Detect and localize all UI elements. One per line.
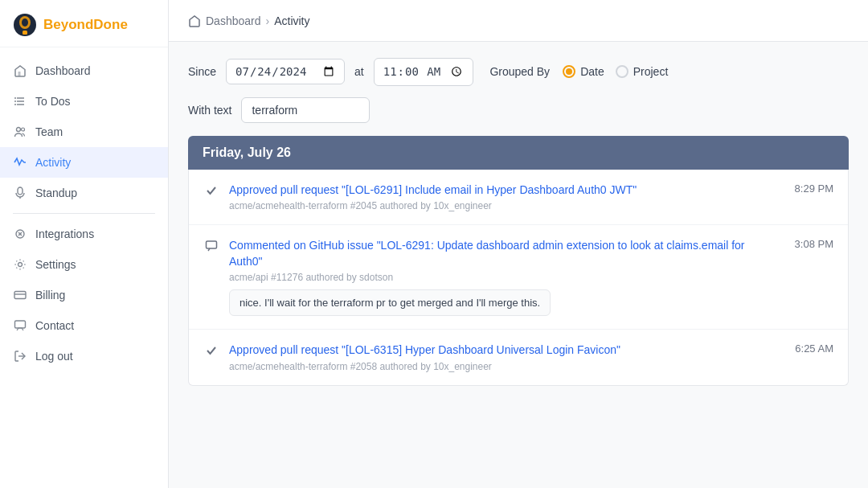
users-icon bbox=[13, 125, 27, 139]
svg-point-2 bbox=[22, 18, 28, 27]
comment-icon-1 bbox=[203, 240, 219, 252]
content-area: Since at Grouped By Date Project With te… bbox=[169, 42, 868, 488]
filters-row-2: With text bbox=[188, 97, 849, 123]
svg-rect-23 bbox=[207, 241, 217, 248]
svg-rect-13 bbox=[18, 187, 23, 195]
app-name: BeyondDone bbox=[43, 17, 128, 33]
activity-title-1[interactable]: Commented on GitHub issue "LOL-6291: Upd… bbox=[229, 238, 766, 269]
svg-rect-3 bbox=[23, 31, 27, 35]
activity-body-2: Approved pull request "[LOL-6315] Hyper … bbox=[229, 342, 766, 372]
at-label: at bbox=[354, 65, 364, 78]
date-group-header: Friday, July 26 bbox=[188, 136, 849, 170]
activity-item-1: Commented on GitHub issue "LOL-6291: Upd… bbox=[189, 225, 848, 330]
svg-point-12 bbox=[22, 128, 25, 131]
app-logo-icon bbox=[13, 13, 37, 37]
sidebar-item-contact-label: Contact bbox=[35, 319, 74, 332]
radio-project-label: Project bbox=[633, 65, 669, 78]
activity-title-2[interactable]: Approved pull request "[LOL-6315] Hyper … bbox=[229, 342, 766, 359]
activity-body-0: Approved pull request "[LOL-6291] Includ… bbox=[229, 182, 766, 212]
since-date-input[interactable] bbox=[226, 59, 345, 84]
nav-divider bbox=[13, 213, 155, 214]
radio-date[interactable]: Date bbox=[563, 65, 604, 78]
breadcrumb: Dashboard › Activity bbox=[188, 14, 310, 27]
gear-icon bbox=[13, 257, 27, 272]
with-text-label: With text bbox=[188, 104, 231, 117]
filters-row-1: Since at Grouped By Date Project bbox=[188, 58, 849, 86]
activity-item-0: Approved pull request "[LOL-6291] Includ… bbox=[189, 170, 848, 226]
svg-point-11 bbox=[17, 128, 21, 132]
svg-rect-21 bbox=[15, 321, 26, 328]
activity-body-1: Commented on GitHub issue "LOL-6291: Upd… bbox=[229, 238, 766, 316]
since-time-input[interactable] bbox=[374, 58, 474, 86]
activity-time-2: 6:25 AM bbox=[785, 342, 833, 355]
sidebar-item-contact[interactable]: Contact bbox=[0, 310, 168, 341]
activity-time-0: 8:29 PM bbox=[785, 182, 833, 195]
radio-project-circle bbox=[616, 65, 628, 78]
nav-menu: Dashboard To Dos Team Activity bbox=[0, 47, 168, 488]
sidebar-item-team-label: Team bbox=[35, 125, 63, 138]
sidebar-item-dashboard[interactable]: Dashboard bbox=[0, 55, 168, 86]
activity-item-2: Approved pull request "[LOL-6315] Hyper … bbox=[189, 330, 848, 385]
svg-point-9 bbox=[14, 100, 16, 102]
sidebar-item-integrations-label: Integrations bbox=[35, 228, 94, 240]
activity-list: Approved pull request "[LOL-6291] Includ… bbox=[188, 170, 849, 386]
text-filter-input[interactable] bbox=[241, 97, 370, 123]
plug-icon bbox=[13, 227, 27, 241]
sidebar-item-dashboard-label: Dashboard bbox=[35, 64, 91, 77]
svg-point-8 bbox=[14, 97, 16, 99]
activity-meta-0: acme/acmehealth-terraform #2045 authored… bbox=[229, 200, 766, 211]
since-label: Since bbox=[188, 65, 216, 78]
credit-card-icon bbox=[13, 288, 27, 302]
sidebar-item-billing[interactable]: Billing bbox=[0, 280, 168, 310]
check-icon-2 bbox=[203, 344, 219, 357]
message-icon bbox=[13, 318, 27, 333]
sidebar-item-todos-label: To Dos bbox=[35, 95, 71, 108]
top-bar: Dashboard › Activity bbox=[169, 0, 868, 42]
svg-rect-4 bbox=[18, 72, 21, 76]
logo: BeyondDone bbox=[0, 0, 168, 47]
sidebar-item-team[interactable]: Team bbox=[0, 117, 168, 147]
comment-bubble-1: nice. I'll wait for the terraform pr to … bbox=[229, 289, 551, 316]
breadcrumb-current: Activity bbox=[274, 14, 309, 27]
activity-title-0[interactable]: Approved pull request "[LOL-6291] Includ… bbox=[229, 182, 766, 199]
activity-meta-2: acme/acmehealth-terraform #2058 authored… bbox=[229, 361, 766, 372]
sidebar-item-settings[interactable]: Settings bbox=[0, 249, 168, 280]
activity-icon bbox=[13, 155, 27, 170]
activity-meta-1: acme/api #11276 authored by sdotson bbox=[229, 272, 766, 283]
sidebar-item-settings-label: Settings bbox=[35, 258, 76, 271]
home-breadcrumb-icon bbox=[188, 14, 201, 27]
sidebar-item-todos[interactable]: To Dos bbox=[0, 86, 168, 117]
sidebar: BeyondDone Dashboard To Dos Team bbox=[0, 0, 169, 488]
sidebar-item-billing-label: Billing bbox=[35, 289, 65, 301]
group-by-options: Date Project bbox=[563, 65, 668, 78]
activity-group-0: Friday, July 26 Approved pull request "[… bbox=[188, 136, 849, 386]
breadcrumb-separator: › bbox=[266, 14, 270, 27]
radio-date-circle bbox=[563, 65, 575, 78]
svg-point-18 bbox=[18, 263, 23, 267]
svg-rect-19 bbox=[14, 292, 26, 299]
sidebar-item-integrations[interactable]: Integrations bbox=[0, 219, 168, 249]
check-icon-0 bbox=[203, 184, 219, 197]
list-icon bbox=[13, 94, 27, 109]
breadcrumb-home[interactable]: Dashboard bbox=[206, 14, 261, 27]
grouped-by-label: Grouped By bbox=[489, 65, 550, 78]
activity-time-1: 3:08 PM bbox=[785, 238, 833, 250]
sidebar-item-logout-label: Log out bbox=[35, 350, 73, 363]
mic-icon bbox=[13, 186, 27, 200]
main-content: Dashboard › Activity Since at Grouped By… bbox=[169, 0, 868, 488]
logout-icon bbox=[13, 349, 27, 363]
radio-project[interactable]: Project bbox=[616, 65, 669, 78]
radio-date-label: Date bbox=[580, 65, 604, 78]
sidebar-item-standup[interactable]: Standup bbox=[0, 178, 168, 208]
sidebar-item-logout[interactable]: Log out bbox=[0, 341, 168, 371]
sidebar-item-activity-label: Activity bbox=[35, 156, 71, 169]
sidebar-item-activity[interactable]: Activity bbox=[0, 147, 168, 178]
sidebar-item-standup-label: Standup bbox=[35, 187, 77, 199]
svg-point-10 bbox=[14, 104, 16, 105]
home-icon bbox=[13, 64, 27, 78]
